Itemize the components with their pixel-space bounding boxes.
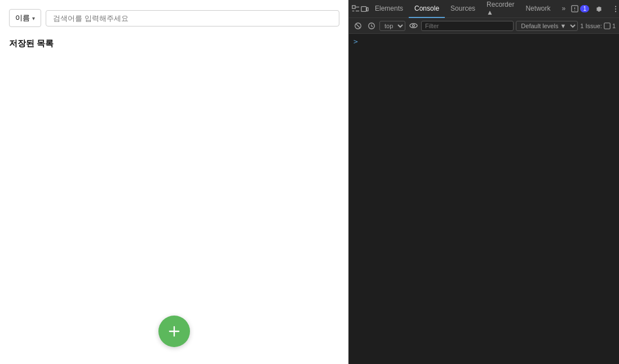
svg-rect-5 — [367, 7, 369, 11]
console-caret: > — [353, 37, 358, 46]
svg-point-10 — [615, 8, 616, 9]
issues-count: 1 — [580, 5, 589, 12]
search-row: 이름 ▾ — [9, 9, 339, 27]
svg-point-16 — [412, 25, 414, 27]
svg-line-13 — [356, 24, 360, 28]
inspect-icon[interactable] — [352, 2, 360, 16]
devtools-console: > — [349, 34, 619, 364]
devtools-panel: Elements Console Sources Recorder ▲ Netw… — [348, 0, 619, 364]
section-title: 저장된 목록 — [9, 38, 339, 49]
devtools-topbar: Elements Console Sources Recorder ▲ Netw… — [349, 0, 619, 18]
svg-rect-4 — [361, 6, 366, 11]
svg-point-9 — [615, 6, 616, 7]
tab-more[interactable]: » — [556, 0, 571, 18]
devtools-right-icons: 1 — [571, 2, 619, 16]
settings-icon[interactable] — [592, 2, 605, 16]
svg-rect-0 — [352, 5, 355, 8]
tab-sources[interactable]: Sources — [445, 0, 481, 18]
dropdown-label: 이름 — [15, 13, 30, 23]
issue-count: 1 — [612, 23, 616, 29]
preserve-log-icon[interactable] — [366, 20, 377, 32]
search-input[interactable] — [46, 10, 339, 26]
device-toggle-icon[interactable] — [361, 2, 369, 16]
devtools-tabs: Elements Console Sources Recorder ▲ Netw… — [369, 0, 571, 18]
issue-label: 1 Issue: — [580, 23, 602, 29]
plus-icon — [166, 323, 182, 339]
tab-recorder[interactable]: Recorder ▲ — [481, 0, 520, 18]
more-options-icon[interactable] — [609, 2, 619, 16]
svg-rect-17 — [604, 23, 611, 29]
tab-console[interactable]: Console — [409, 0, 445, 18]
app-panel: 이름 ▾ 저장된 목록 — [0, 0, 348, 364]
svg-point-8 — [574, 10, 575, 11]
tab-elements[interactable]: Elements — [369, 0, 409, 18]
issue-badge[interactable]: 1 Issue: 1 — [580, 23, 616, 29]
svg-point-11 — [615, 11, 616, 12]
chevron-down-icon: ▾ — [32, 15, 35, 21]
clear-console-icon[interactable] — [352, 20, 364, 32]
filter-input[interactable] — [421, 21, 514, 31]
add-button[interactable] — [158, 316, 190, 347]
tab-network[interactable]: Network — [520, 0, 556, 18]
devtools-toolbar: top Default levels ▼ 1 Issue: 1 — [349, 18, 619, 34]
log-levels-selector[interactable]: Default levels ▼ — [516, 21, 578, 31]
eye-icon[interactable] — [408, 20, 419, 32]
name-dropdown[interactable]: 이름 ▾ — [9, 9, 41, 27]
context-selector[interactable]: top — [379, 21, 405, 31]
svg-point-15 — [409, 24, 417, 28]
issues-badge[interactable]: 1 — [571, 5, 589, 12]
